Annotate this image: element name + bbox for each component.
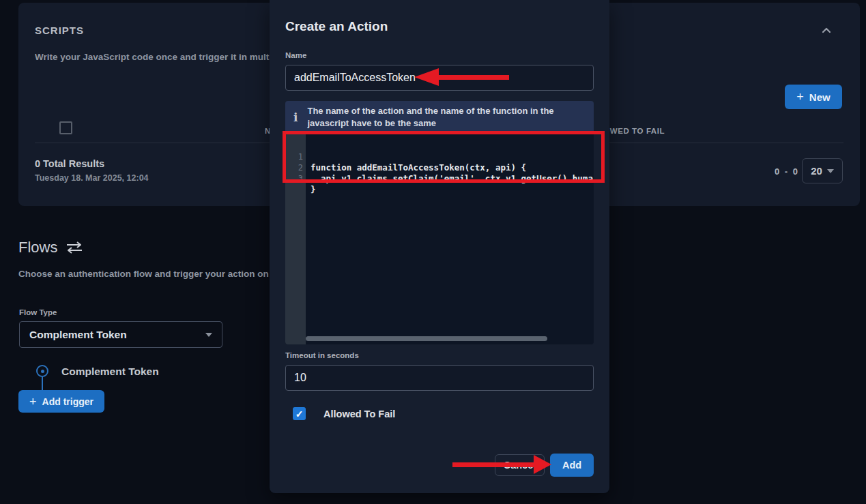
info-icon: i (293, 112, 298, 123)
page-size-value: 20 (811, 165, 822, 177)
new-button-label: New (809, 91, 831, 103)
arrow-head-right-icon (534, 455, 551, 474)
scripts-panel-title: SCRIPTS (35, 25, 84, 36)
page: SCRIPTS Write your JavaScript code once … (0, 0, 866, 504)
new-button[interactable]: + New (785, 85, 842, 109)
flow-type-value: Complement Token (29, 329, 127, 341)
flows-title: Flows (18, 239, 83, 256)
allowed-to-fail-label: Allowed To Fail (323, 409, 395, 419)
name-label: Name (285, 51, 306, 59)
arrow-shaft (452, 462, 534, 467)
chevron-up-icon[interactable] (820, 25, 833, 37)
pagination-range: 0 - 0 (775, 166, 799, 177)
results-timestamp: Tuesday 18. Mar 2025, 12:04 (35, 173, 149, 183)
code-highlight-rectangle (283, 131, 605, 183)
flow-type-select[interactable]: Complement Token (19, 321, 222, 348)
caret-down-icon (827, 169, 834, 173)
flow-connector-line (42, 377, 43, 391)
add-trigger-button[interactable]: + Add trigger (18, 390, 104, 413)
arrow-head-left-icon (414, 68, 439, 86)
timeout-input[interactable] (285, 365, 594, 391)
flows-description: Choose an authentication flow and trigge… (18, 269, 271, 279)
modal-title: Create an Action (285, 19, 388, 34)
allowed-to-fail-row: ✓ Allowed To Fail (293, 407, 395, 420)
info-banner: i The name of the action and the name of… (285, 101, 594, 134)
flow-node-icon (36, 365, 48, 377)
flow-type-label: Flow Type (19, 308, 57, 316)
scripts-panel-description: Write your JavaScript code once and trig… (35, 52, 280, 62)
flow-node-label: Complement Token (61, 366, 159, 378)
allowed-to-fail-checkbox[interactable]: ✓ (293, 407, 306, 420)
checkmark-icon: ✓ (295, 409, 304, 419)
total-results: 0 Total Results (35, 158, 104, 169)
flows-title-text: Flows (18, 239, 57, 256)
plus-icon: + (29, 396, 37, 408)
plus-icon: + (796, 91, 804, 103)
add-trigger-label: Add trigger (42, 396, 93, 407)
caret-down-icon (205, 333, 212, 337)
info-banner-text: The name of the action and the name of t… (307, 105, 586, 129)
flow-node-dot (41, 370, 44, 373)
select-all-checkbox[interactable] (59, 121, 72, 134)
code-line-text: } (311, 184, 594, 195)
add-button[interactable]: Add (550, 454, 594, 477)
swap-arrows-icon (66, 241, 83, 254)
arrow-shaft (437, 75, 509, 80)
timeout-label: Timeout in seconds (285, 351, 359, 359)
page-size-select[interactable]: 20 (802, 158, 843, 183)
horizontal-scrollbar[interactable] (306, 336, 547, 341)
create-action-modal: Create an Action Name i The name of the … (270, 0, 609, 493)
